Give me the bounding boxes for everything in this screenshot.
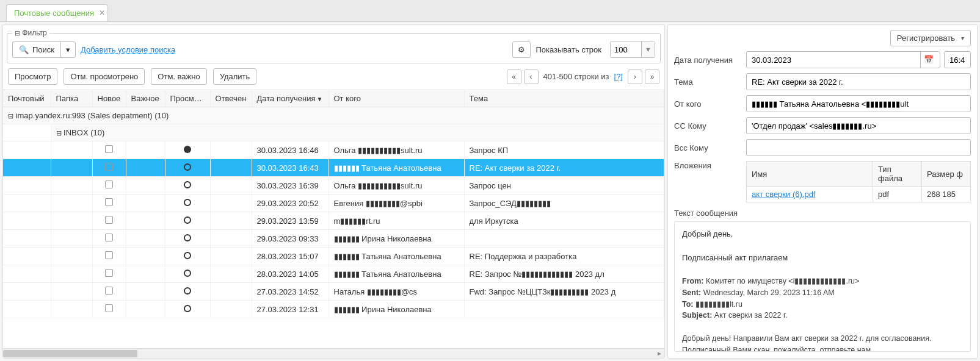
checkbox[interactable] xyxy=(105,216,113,224)
tab-mail[interactable]: Почтовые сообщения ✕ xyxy=(6,4,108,21)
cell-from: ▮▮▮▮▮▮ Татьяна Анатольевна xyxy=(328,265,464,283)
delete-button[interactable]: Удалить xyxy=(213,68,257,85)
rows-select[interactable]: ▼ xyxy=(610,41,655,58)
cell-subject: RE: Поддержка и разработка xyxy=(464,248,664,265)
search-button[interactable]: 🔍 Поиск xyxy=(12,41,60,58)
checkbox[interactable] xyxy=(105,251,113,259)
mail-table-wrap: Почтовый Папка Новое Важное Просмотр Отв… xyxy=(3,90,664,348)
quoted-block: From: Комитет по имуществу <i▮▮▮▮▮▮▮▮▮▮▮… xyxy=(682,276,963,352)
table-row[interactable]: 29.03.2023 20:52Евгения ▮▮▮▮▮▮▮▮@spbiЗап… xyxy=(3,195,664,212)
col-answered[interactable]: Отвечен xyxy=(210,90,252,107)
bcc-input[interactable] xyxy=(750,140,967,155)
table-row[interactable]: 28.03.2023 15:07▮▮▮▮▮▮ Татьяна Анатольев… xyxy=(3,248,664,265)
checkbox[interactable] xyxy=(105,145,113,153)
group-account-row[interactable]: ⊟ imap.yandex.ru:993 (Sales depatment) (… xyxy=(3,107,664,124)
calendar-icon[interactable]: 📅 xyxy=(920,52,936,68)
cell-subject: Запрос цен xyxy=(464,177,664,195)
cell-from: ▮▮▮▮▮▮ Ирина Николаевна xyxy=(328,230,464,248)
checkbox[interactable] xyxy=(105,180,113,188)
att-col-type[interactable]: Тип файла xyxy=(873,162,922,187)
mail-table: Почтовый Папка Новое Важное Просмотр Отв… xyxy=(3,90,664,318)
rows-input[interactable] xyxy=(611,41,641,57)
att-col-name[interactable]: Имя xyxy=(747,162,873,187)
chevron-down-icon: ▾ xyxy=(66,45,70,54)
cell-subject: для Иркутска xyxy=(464,212,664,230)
settings-button[interactable]: ⚙ xyxy=(512,41,531,58)
col-subject[interactable]: Тема xyxy=(464,90,664,107)
cell-from: ▮▮▮▮▮▮ Татьяна Анатольевна xyxy=(328,248,464,265)
message-body[interactable]: Добрый день, Подписанный акт прилагаем F… xyxy=(674,221,971,352)
col-important[interactable]: Важное xyxy=(126,90,165,107)
cell-date: 27.03.2023 12:31 xyxy=(252,301,328,318)
table-row[interactable]: 27.03.2023 14:52Наталья ▮▮▮▮▮▮▮▮@csFwd: … xyxy=(3,283,664,301)
checkbox[interactable] xyxy=(105,269,113,277)
group-folder-row[interactable]: ⊟ INBOX (10) xyxy=(3,124,664,141)
cc-input[interactable] xyxy=(750,118,967,134)
tab-bar: Почтовые сообщения ✕ xyxy=(0,0,980,22)
col-new[interactable]: Новое xyxy=(92,90,126,107)
att-col-size[interactable]: Размер ф xyxy=(922,162,971,187)
page-prev-button[interactable]: ‹ xyxy=(524,70,539,84)
unviewed-icon xyxy=(184,270,191,277)
label-from: От кого xyxy=(674,99,742,109)
attachment-size: 268 185 xyxy=(922,187,971,202)
pager-total[interactable]: [?] xyxy=(614,72,623,81)
scroll-right-icon[interactable]: ► xyxy=(655,349,664,359)
label-cc: CC Кому xyxy=(674,121,742,130)
col-from[interactable]: От кого xyxy=(328,90,464,107)
viewed-icon xyxy=(184,146,191,153)
checkbox[interactable] xyxy=(105,234,113,241)
received-time-input[interactable] xyxy=(948,52,967,68)
mark-read-button[interactable]: Отм. просмотрено xyxy=(64,68,145,85)
table-row[interactable]: 29.03.2023 13:59m▮▮▮▮▮▮rt.ruдля Иркутска xyxy=(3,212,664,230)
collapse-icon[interactable]: ⊟ xyxy=(8,112,13,120)
rows-label: Показывать строк xyxy=(535,45,601,54)
close-icon[interactable]: ✕ xyxy=(99,9,105,17)
attachment-link[interactable]: акт сверки (6).pdf xyxy=(752,190,815,199)
subject-input[interactable] xyxy=(750,74,967,90)
table-header-row: Почтовый Папка Новое Важное Просмотр Отв… xyxy=(3,90,664,107)
cell-date: 27.03.2023 14:52 xyxy=(252,283,328,301)
cell-date: 30.03.2023 16:43 xyxy=(252,159,328,177)
view-button[interactable]: Просмотр xyxy=(8,68,57,85)
page-last-button[interactable]: » xyxy=(645,70,659,84)
col-post[interactable]: Почтовый xyxy=(3,90,51,107)
cell-subject: RE: Запрос №▮▮▮▮▮▮▮▮▮▮▮▮ 2023 дл xyxy=(464,265,664,283)
mark-important-button[interactable]: Отм. важно xyxy=(151,68,206,85)
mail-list-panel: ⊟ Фильтр 🔍 Поиск ▾ Добавить условие поис… xyxy=(2,24,665,359)
search-dropdown[interactable]: ▾ xyxy=(60,41,76,58)
table-row[interactable]: 29.03.2023 09:33▮▮▮▮▮▮ Ирина Николаевна xyxy=(3,230,664,248)
checkbox[interactable] xyxy=(105,198,113,206)
col-viewed[interactable]: Просмотр xyxy=(165,90,210,107)
checkbox[interactable] xyxy=(105,287,113,295)
page-next-button[interactable]: › xyxy=(628,70,642,84)
cell-from: Ольга ▮▮▮▮▮▮▮▮▮▮sult.ru xyxy=(328,141,464,159)
collapse-icon[interactable]: ⊟ xyxy=(56,129,62,137)
collapse-icon[interactable]: ⊟ xyxy=(15,29,20,37)
register-button[interactable]: Регистрировать ▾ xyxy=(890,30,971,46)
horizontal-scrollbar[interactable]: ◄ ► xyxy=(3,348,664,358)
table-row[interactable]: 30.03.2023 16:39Ольга ▮▮▮▮▮▮▮▮▮▮sult.ruЗ… xyxy=(3,177,664,195)
received-date-input[interactable] xyxy=(750,52,920,68)
cell-from: Ольга ▮▮▮▮▮▮▮▮▮▮sult.ru xyxy=(328,177,464,195)
checkbox[interactable] xyxy=(105,304,113,312)
unviewed-icon xyxy=(184,163,191,171)
checkbox[interactable] xyxy=(105,163,113,171)
chevron-down-icon[interactable]: ▼ xyxy=(641,41,655,57)
table-row[interactable]: 30.03.2023 16:43▮▮▮▮▮▮ Татьяна Анатольев… xyxy=(3,159,664,177)
scrollbar-thumb[interactable] xyxy=(3,350,137,357)
cell-from: Наталья ▮▮▮▮▮▮▮▮@cs xyxy=(328,283,464,301)
unviewed-icon xyxy=(184,216,191,224)
table-row[interactable]: 28.03.2023 14:05▮▮▮▮▮▮ Татьяна Анатольев… xyxy=(3,265,664,283)
attachment-row[interactable]: акт сверки (6).pdf pdf 268 185 xyxy=(747,187,971,202)
cell-date: 29.03.2023 09:33 xyxy=(252,230,328,248)
table-row[interactable]: 27.03.2023 12:31▮▮▮▮▮▮ Ирина Николаевна xyxy=(3,301,664,318)
page-first-button[interactable]: « xyxy=(507,70,521,84)
col-date[interactable]: Дата получения▼ xyxy=(252,90,328,107)
cell-subject: Fwd: Запрос №ЦЦТЗк▮▮▮▮▮▮▮▮▮ 2023 д xyxy=(464,283,664,301)
table-row[interactable]: 30.03.2023 16:46Ольга ▮▮▮▮▮▮▮▮▮▮sult.ruЗ… xyxy=(3,141,664,159)
from-input[interactable] xyxy=(750,96,967,112)
cell-subject: Запрос_СЭД▮▮▮▮▮▮▮▮ xyxy=(464,195,664,212)
add-condition-link[interactable]: Добавить условие поиска xyxy=(81,45,175,54)
col-folder[interactable]: Папка xyxy=(51,90,92,107)
